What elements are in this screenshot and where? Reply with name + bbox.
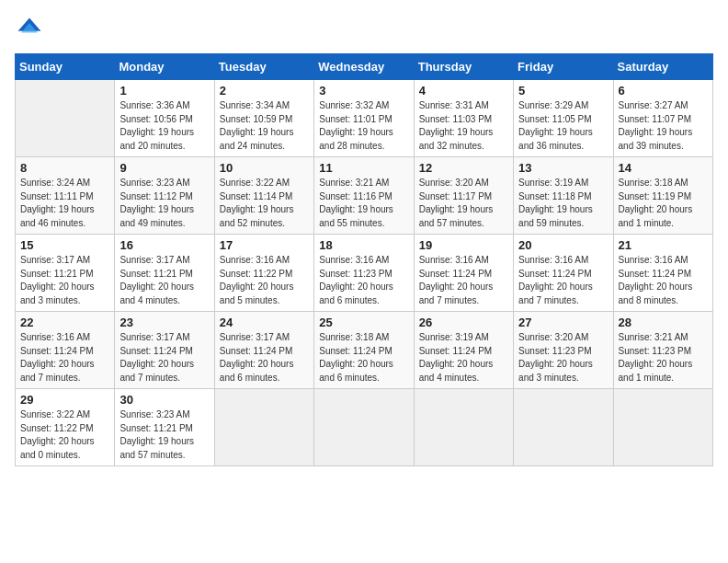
calendar-week-row: 22Sunrise: 3:16 AMSunset: 11:24 PMDaylig… — [16, 312, 713, 389]
calendar-day-header: Tuesday — [214, 54, 313, 80]
day-number: 24 — [220, 316, 309, 329]
calendar-cell — [314, 389, 414, 466]
day-number: 10 — [220, 161, 309, 175]
day-info: Sunrise: 3:16 AMSunset: 11:24 PMDaylight… — [518, 254, 608, 307]
day-number: 14 — [619, 161, 708, 175]
day-info: Sunrise: 3:18 AMSunset: 11:19 PMDaylight… — [619, 177, 708, 230]
calendar-cell: 12Sunrise: 3:20 AMSunset: 11:17 PMDaylig… — [414, 157, 513, 235]
day-number: 29 — [20, 393, 109, 407]
calendar-cell: 29Sunrise: 3:22 AMSunset: 11:22 PMDaylig… — [16, 389, 115, 466]
day-number: 25 — [319, 316, 408, 329]
day-info: Sunrise: 3:17 AMSunset: 11:24 PMDaylight… — [220, 331, 309, 385]
calendar-day-header: Monday — [115, 54, 214, 80]
calendar-cell: 19Sunrise: 3:16 AMSunset: 11:24 PMDaylig… — [414, 235, 513, 312]
day-info: Sunrise: 3:23 AMSunset: 11:21 PMDaylight… — [119, 408, 209, 462]
calendar-day-header: Thursday — [414, 54, 513, 80]
day-number: 5 — [518, 84, 608, 98]
calendar-cell: 18Sunrise: 3:16 AMSunset: 11:23 PMDaylig… — [314, 235, 414, 312]
day-number: 2 — [220, 84, 309, 98]
calendar-cell: 9Sunrise: 3:23 AMSunset: 11:12 PMDayligh… — [115, 157, 214, 235]
calendar-cell: 6Sunrise: 3:27 AMSunset: 11:07 PMDayligh… — [613, 80, 712, 157]
calendar-cell: 8Sunrise: 3:24 AMSunset: 11:11 PMDayligh… — [16, 157, 115, 235]
day-info: Sunrise: 3:16 AMSunset: 11:24 PMDaylight… — [20, 331, 109, 385]
calendar-cell: 30Sunrise: 3:23 AMSunset: 11:21 PMDaylig… — [115, 389, 214, 466]
logo-icon — [15, 15, 44, 44]
day-info: Sunrise: 3:22 AMSunset: 11:22 PMDaylight… — [20, 408, 109, 462]
day-info: Sunrise: 3:20 AMSunset: 11:17 PMDaylight… — [419, 177, 508, 230]
calendar-week-row: 15Sunrise: 3:17 AMSunset: 11:21 PMDaylig… — [16, 235, 713, 312]
day-number: 13 — [518, 161, 608, 175]
day-number: 18 — [319, 238, 408, 252]
calendar-cell: 17Sunrise: 3:16 AMSunset: 11:22 PMDaylig… — [214, 235, 313, 312]
day-info: Sunrise: 3:16 AMSunset: 11:22 PMDaylight… — [220, 254, 309, 307]
calendar-cell: 16Sunrise: 3:17 AMSunset: 11:21 PMDaylig… — [115, 235, 214, 312]
day-number: 26 — [419, 316, 508, 329]
day-number: 11 — [319, 161, 408, 175]
day-info: Sunrise: 3:21 AMSunset: 11:23 PMDaylight… — [619, 331, 708, 385]
day-number: 19 — [419, 238, 508, 252]
calendar-cell: 15Sunrise: 3:17 AMSunset: 11:21 PMDaylig… — [16, 235, 115, 312]
day-info: Sunrise: 3:19 AMSunset: 11:18 PMDaylight… — [518, 177, 608, 230]
calendar-day-header: Sunday — [16, 54, 115, 80]
calendar-cell: 28Sunrise: 3:21 AMSunset: 11:23 PMDaylig… — [613, 312, 712, 389]
calendar-cell: 14Sunrise: 3:18 AMSunset: 11:19 PMDaylig… — [613, 157, 712, 235]
calendar-cell: 5Sunrise: 3:29 AMSunset: 11:05 PMDayligh… — [514, 80, 613, 157]
day-number: 9 — [119, 161, 209, 175]
day-info: Sunrise: 3:17 AMSunset: 11:24 PMDaylight… — [119, 331, 209, 385]
calendar-cell: 20Sunrise: 3:16 AMSunset: 11:24 PMDaylig… — [514, 235, 613, 312]
day-info: Sunrise: 3:36 AMSunset: 10:56 PMDaylight… — [119, 99, 209, 153]
day-number: 27 — [518, 316, 608, 329]
calendar-cell: 10Sunrise: 3:22 AMSunset: 11:14 PMDaylig… — [214, 157, 313, 235]
day-info: Sunrise: 3:23 AMSunset: 11:12 PMDaylight… — [119, 177, 209, 230]
calendar-cell: 22Sunrise: 3:16 AMSunset: 11:24 PMDaylig… — [16, 312, 115, 389]
calendar-cell — [16, 80, 115, 157]
calendar-week-row: 29Sunrise: 3:22 AMSunset: 11:22 PMDaylig… — [16, 389, 713, 466]
day-info: Sunrise: 3:34 AMSunset: 10:59 PMDaylight… — [220, 99, 309, 153]
calendar-day-header: Friday — [514, 54, 613, 80]
day-number: 4 — [419, 84, 508, 98]
page-header — [15, 15, 713, 44]
calendar-cell: 26Sunrise: 3:19 AMSunset: 11:24 PMDaylig… — [414, 312, 513, 389]
day-number: 6 — [619, 84, 708, 98]
calendar-day-header: Saturday — [613, 54, 712, 80]
calendar-cell — [214, 389, 313, 466]
day-number: 23 — [119, 316, 209, 329]
day-number: 22 — [20, 316, 109, 329]
calendar-cell: 21Sunrise: 3:16 AMSunset: 11:24 PMDaylig… — [613, 235, 712, 312]
calendar-cell: 1Sunrise: 3:36 AMSunset: 10:56 PMDayligh… — [115, 80, 214, 157]
calendar-header-row: SundayMondayTuesdayWednesdayThursdayFrid… — [16, 54, 713, 80]
calendar-day-header: Wednesday — [314, 54, 414, 80]
logo — [15, 15, 48, 44]
day-number: 8 — [20, 161, 109, 175]
calendar-cell: 2Sunrise: 3:34 AMSunset: 10:59 PMDayligh… — [214, 80, 313, 157]
day-number: 3 — [319, 84, 408, 98]
calendar-week-row: 8Sunrise: 3:24 AMSunset: 11:11 PMDayligh… — [16, 157, 713, 235]
calendar-week-row: 1Sunrise: 3:36 AMSunset: 10:56 PMDayligh… — [16, 80, 713, 157]
day-number: 17 — [220, 238, 309, 252]
day-info: Sunrise: 3:27 AMSunset: 11:07 PMDaylight… — [619, 99, 708, 153]
day-number: 28 — [619, 316, 708, 329]
day-info: Sunrise: 3:31 AMSunset: 11:03 PMDaylight… — [419, 99, 508, 153]
day-info: Sunrise: 3:19 AMSunset: 11:24 PMDaylight… — [419, 331, 508, 385]
day-number: 1 — [119, 84, 209, 98]
day-number: 21 — [619, 238, 708, 252]
calendar-cell: 24Sunrise: 3:17 AMSunset: 11:24 PMDaylig… — [214, 312, 313, 389]
day-info: Sunrise: 3:21 AMSunset: 11:16 PMDaylight… — [319, 177, 408, 230]
day-number: 16 — [119, 238, 209, 252]
day-info: Sunrise: 3:29 AMSunset: 11:05 PMDaylight… — [518, 99, 608, 153]
day-info: Sunrise: 3:16 AMSunset: 11:24 PMDaylight… — [419, 254, 508, 307]
day-number: 20 — [518, 238, 608, 252]
calendar-cell: 11Sunrise: 3:21 AMSunset: 11:16 PMDaylig… — [314, 157, 414, 235]
calendar-cell: 23Sunrise: 3:17 AMSunset: 11:24 PMDaylig… — [115, 312, 214, 389]
day-info: Sunrise: 3:18 AMSunset: 11:24 PMDaylight… — [319, 331, 408, 385]
calendar-cell — [414, 389, 513, 466]
day-number: 30 — [119, 393, 209, 407]
day-info: Sunrise: 3:17 AMSunset: 11:21 PMDaylight… — [20, 254, 109, 307]
calendar-cell: 13Sunrise: 3:19 AMSunset: 11:18 PMDaylig… — [514, 157, 613, 235]
day-number: 12 — [419, 161, 508, 175]
calendar-table: SundayMondayTuesdayWednesdayThursdayFrid… — [15, 53, 713, 466]
calendar-cell: 4Sunrise: 3:31 AMSunset: 11:03 PMDayligh… — [414, 80, 513, 157]
calendar-cell: 25Sunrise: 3:18 AMSunset: 11:24 PMDaylig… — [314, 312, 414, 389]
day-info: Sunrise: 3:17 AMSunset: 11:21 PMDaylight… — [119, 254, 209, 307]
day-info: Sunrise: 3:16 AMSunset: 11:24 PMDaylight… — [619, 254, 708, 307]
